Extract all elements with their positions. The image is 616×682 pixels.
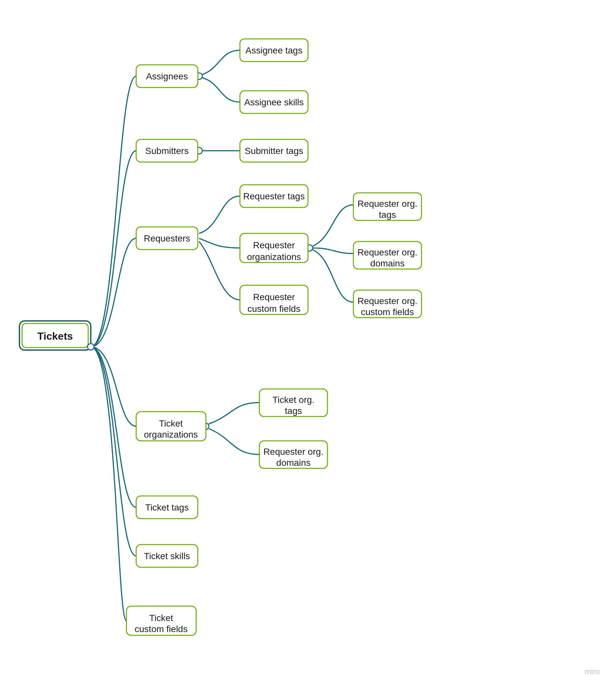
submitters-label: Submitters (145, 146, 189, 156)
requester-custom-fields-label1: Requester (253, 292, 295, 302)
requester-organizations-label1: Requester (253, 240, 295, 250)
requester-org-tags-label2: tags (379, 210, 396, 220)
tickets-connector-dot (88, 344, 94, 350)
ticket-organizations-label2: organizations (144, 430, 198, 439)
miro-watermark: miro (585, 667, 600, 676)
ticket-org-tags-label2: tags (285, 406, 302, 416)
requester-org-domains-label2: domains (370, 258, 405, 268)
ticket-organizations-label: Ticket (159, 418, 183, 429)
requester-org-tags-label1: Requester org. (357, 199, 417, 209)
ticket-tags-label: Ticket tags (145, 502, 189, 513)
ticket-custom-fields-label2: custom fields (135, 624, 187, 634)
requester-org-custom-fields-label1: Requester org. (357, 296, 417, 306)
assignee-skills-label: Assignee skills (244, 97, 304, 107)
requester-org-domains2-label2: domains (276, 458, 311, 468)
requester-custom-fields-label2: custom fields (247, 304, 300, 314)
requester-org-domains-label1: Requester org. (357, 247, 417, 257)
ticket-org-tags-label1: Ticket org. (272, 395, 315, 405)
requester-org-custom-fields-label2: custom fields (361, 307, 414, 317)
assignees-label: Assignees (146, 71, 188, 82)
ticket-custom-fields-label1: Ticket (149, 613, 173, 623)
assignee-tags-label: Assignee tags (246, 45, 302, 55)
requesters-label: Requesters (144, 233, 190, 244)
tickets-label: Tickets (37, 330, 73, 342)
requester-tags-label: Requester tags (243, 191, 305, 201)
ticket-skills-label: Ticket skills (144, 551, 190, 561)
requester-organizations-label2: organizations (247, 252, 301, 262)
requester-org-domains2-label1: Requester org. (263, 447, 323, 457)
submitter-tags-label: Submitter tags (245, 146, 303, 156)
